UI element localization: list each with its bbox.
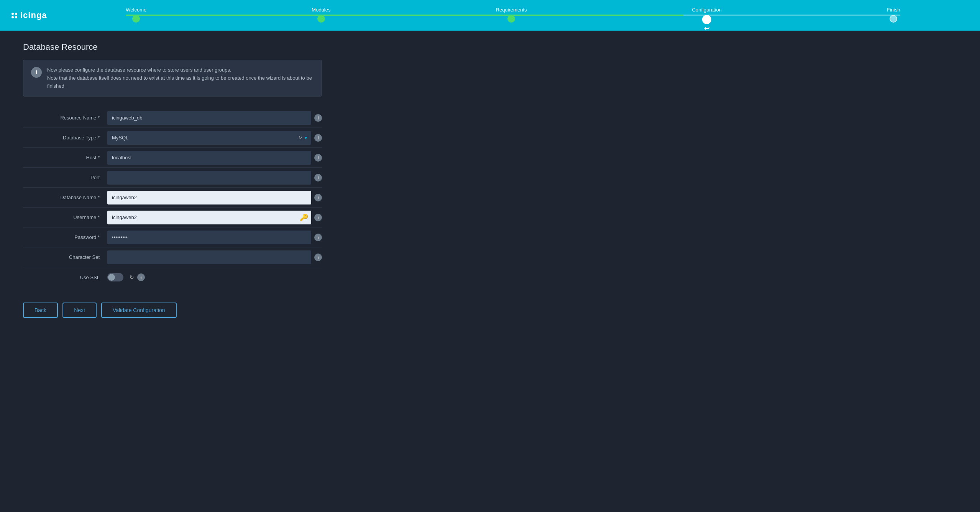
- character-set-input-wrap: i: [107, 250, 322, 264]
- use-ssl-toggle[interactable]: [107, 273, 123, 281]
- page-title: Database Resource: [23, 42, 322, 52]
- back-button[interactable]: Back: [23, 303, 58, 318]
- database-name-input-wrap: i: [107, 191, 322, 204]
- toggle-thumb: [108, 274, 115, 281]
- step-finish-label: Finish: [887, 7, 900, 13]
- ssl-info-btn[interactable]: i: [137, 273, 145, 281]
- database-name-input[interactable]: [107, 191, 311, 204]
- host-input[interactable]: [107, 151, 311, 165]
- database-type-input-wrap: MySQL PostgreSQL ↻ ▼ i: [107, 131, 322, 145]
- database-type-select-wrap: MySQL PostgreSQL ↻ ▼: [107, 131, 311, 145]
- step-configuration-arrow: ↩: [704, 24, 710, 33]
- step-modules-circle: [317, 15, 325, 23]
- step-welcome-label: Welcome: [126, 7, 146, 13]
- host-label: Host *: [23, 155, 107, 160]
- character-set-info-btn[interactable]: i: [314, 254, 322, 261]
- character-set-input[interactable]: [107, 250, 311, 264]
- database-name-info-btn[interactable]: i: [314, 194, 322, 201]
- step-finish: Finish: [887, 7, 900, 24]
- step-requirements: Requirements: [496, 7, 527, 24]
- form-container: Resource Name * i Database Type * MySQL …: [23, 108, 322, 287]
- username-row: Username * 🔑 i: [23, 208, 322, 227]
- username-input-wrap: 🔑 i: [107, 211, 322, 224]
- username-label: Username *: [23, 214, 107, 220]
- logo-dot: [11, 16, 14, 18]
- database-type-select[interactable]: MySQL PostgreSQL: [107, 132, 299, 144]
- resource-name-label: Resource Name *: [23, 115, 107, 121]
- resource-name-input-wrap: i: [107, 111, 322, 125]
- step-modules: Modules: [312, 7, 330, 24]
- password-input-wrap: i: [107, 231, 322, 244]
- resource-name-info-btn[interactable]: i: [314, 114, 322, 122]
- step-welcome: Welcome: [126, 7, 146, 24]
- host-info-btn[interactable]: i: [314, 154, 322, 162]
- button-row: Back Next Validate Configuration: [23, 299, 322, 318]
- use-ssl-label: Use SSL: [23, 275, 107, 280]
- resource-name-input[interactable]: [107, 111, 311, 125]
- select-dropdown-icon: ▼: [304, 135, 311, 141]
- password-input[interactable]: [107, 231, 311, 244]
- info-text: Now please configure the database resour…: [47, 66, 314, 90]
- step-configuration-circle: [702, 15, 711, 24]
- database-type-label: Database Type *: [23, 135, 107, 141]
- password-info-btn[interactable]: i: [314, 234, 322, 241]
- step-requirements-label: Requirements: [496, 7, 527, 13]
- logo-dots: [11, 13, 17, 18]
- steps-wrapper: Welcome Modules Requirements Configurati…: [126, 7, 900, 24]
- step-welcome-circle: [132, 15, 140, 23]
- port-input[interactable]: [107, 171, 311, 185]
- wizard-steps: Welcome Modules Requirements Configurati…: [57, 7, 969, 24]
- logo-dot: [15, 16, 17, 18]
- step-configuration: Configuration ↩: [692, 7, 722, 24]
- database-name-label: Database Name *: [23, 195, 107, 200]
- port-info-btn[interactable]: i: [314, 174, 322, 182]
- steps-container: Welcome Modules Requirements Configurati…: [126, 7, 900, 24]
- step-finish-circle: [890, 15, 897, 23]
- database-name-row: Database Name * i: [23, 188, 322, 208]
- port-input-wrap: i: [107, 171, 322, 185]
- password-row: Password * i: [23, 227, 322, 247]
- info-box: i Now please configure the database reso…: [23, 60, 322, 97]
- validate-button[interactable]: Validate Configuration: [101, 303, 177, 318]
- logo-text: icinga: [20, 10, 47, 20]
- step-configuration-label: Configuration: [692, 7, 722, 13]
- ssl-refresh-icon[interactable]: ↻: [130, 274, 134, 280]
- step-modules-label: Modules: [312, 7, 330, 13]
- host-row: Host * i: [23, 148, 322, 168]
- character-set-row: Character Set i: [23, 247, 322, 267]
- username-input[interactable]: [107, 211, 311, 224]
- character-set-label: Character Set: [23, 254, 107, 260]
- info-icon: i: [31, 67, 42, 78]
- database-type-info-btn[interactable]: i: [314, 134, 322, 142]
- logo: icinga: [11, 10, 57, 20]
- resource-name-row: Resource Name * i: [23, 108, 322, 128]
- username-addon-icon[interactable]: 🔑: [300, 213, 308, 222]
- step-requirements-circle: [507, 15, 515, 23]
- password-label: Password *: [23, 234, 107, 240]
- database-type-row: Database Type * MySQL PostgreSQL ↻ ▼ i: [23, 128, 322, 148]
- host-input-wrap: i: [107, 151, 322, 165]
- next-button[interactable]: Next: [62, 303, 97, 318]
- use-ssl-input-wrap: ↻ i: [107, 273, 322, 281]
- main-content: Database Resource i Now please configure…: [0, 31, 345, 329]
- logo-dot: [15, 13, 17, 15]
- top-nav: icinga Welcome Modules Requirements: [0, 0, 980, 31]
- logo-dot: [11, 13, 14, 15]
- username-info-btn[interactable]: i: [314, 214, 322, 221]
- port-label: Port: [23, 175, 107, 180]
- port-row: Port i: [23, 168, 322, 188]
- use-ssl-row: Use SSL ↻ i: [23, 267, 322, 287]
- ssl-icons: ↻ i: [130, 273, 145, 281]
- select-spinner-icon: ↻: [299, 135, 304, 140]
